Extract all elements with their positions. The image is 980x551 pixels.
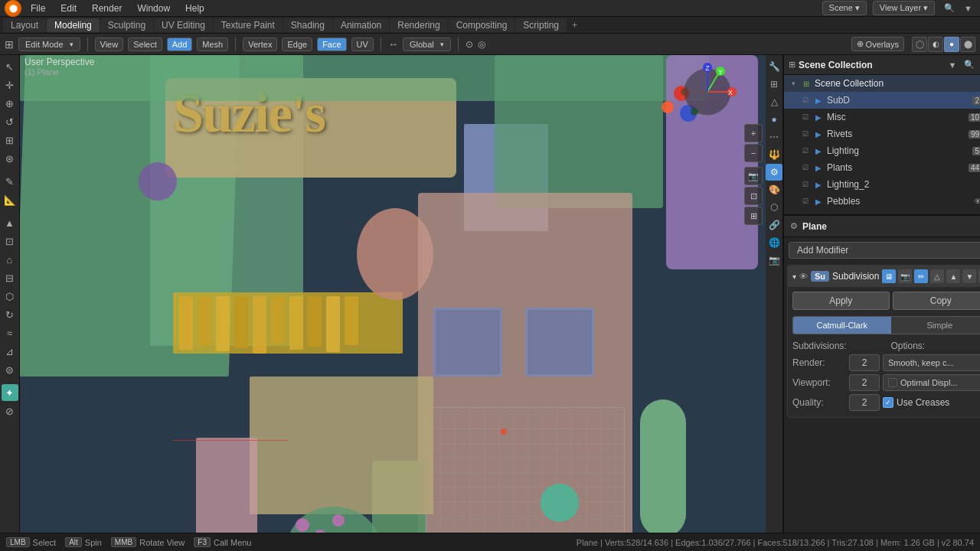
editor-type-icon[interactable]: ⊞ [5,38,14,51]
check-6[interactable]: ☑ [801,180,810,189]
prop-physics-icon[interactable]: 🔱 [766,146,782,163]
tool-bevel[interactable]: ⌂ [2,251,18,268]
outliner-search-btn[interactable]: 🔍 [962,58,976,72]
prop-object-icon[interactable]: ⊞ [766,76,782,93]
pebbles-visible[interactable]: 👁 [974,197,980,206]
outliner-scene-root[interactable]: ▾ ⊞ Scene Collection 👁 [784,75,980,92]
mod-cage-icon[interactable]: △ [930,269,944,283]
tool-shear[interactable]: ✦ [2,384,18,401]
check-4[interactable]: ☑ [801,146,810,155]
viewport[interactable]: Suzie's [20,55,766,533]
quality-value-input[interactable]: 2 [849,394,880,411]
outliner-item-lighting2[interactable]: ☑ ▶ Lighting_2 👁 [784,176,980,193]
tool-spin[interactable]: ↻ [2,306,18,323]
render-value-input[interactable]: 2 [849,354,880,371]
outliner-item-bg[interactable]: ☑ BG 👁 [784,210,980,216]
scene-selector[interactable]: Scene ▾ [822,1,867,15]
tab-modeling[interactable]: Modeling [47,18,100,32]
catmull-clark-btn[interactable]: Catmull-Clark [793,317,891,334]
tab-compositing[interactable]: Compositing [449,18,515,32]
smooth-keep-btn[interactable]: Smooth, keep c... ▾ [883,354,980,371]
face-btn[interactable]: Face [317,37,346,51]
tab-texture-paint[interactable]: Texture Paint [214,18,283,32]
tool-extrude[interactable]: ▲ [2,214,18,231]
mod-expand-btn[interactable]: ▾ [792,272,796,281]
view-layer-selector[interactable]: View Layer ▾ [873,1,935,15]
transform-selector[interactable]: Global ▾ [403,37,451,51]
tool-shrink[interactable]: ⊜ [2,361,18,378]
prop-render-icon[interactable]: 📷 [766,252,782,269]
prop-shader-icon[interactable]: 🎨 [766,181,782,198]
tool-loop-cut[interactable]: ⊟ [2,269,18,286]
outliner-item-plants[interactable]: ☑ ▶ Plants 44 👁 [784,159,980,176]
check-1[interactable]: ☑ [801,96,810,105]
vertex-btn[interactable]: Vertex [243,37,277,51]
tool-measure[interactable]: 📐 [2,191,18,208]
engine-dropdown[interactable]: 🔍 [941,2,958,15]
tab-animation[interactable]: Animation [333,18,389,32]
tool-cursor[interactable]: ✛ [2,77,18,93]
tool-select[interactable]: ↖ [2,58,18,75]
optimal-checkbox[interactable] [888,378,897,387]
add-modifier-btn[interactable]: Add Modifier ▾ [789,242,980,259]
tab-rendering[interactable]: Rendering [390,18,447,32]
tool-rip[interactable]: ⊘ [2,403,18,419]
overlay-btn[interactable]: ⊕ Overlays [851,37,904,51]
mod-up-btn[interactable]: ▲ [946,269,960,283]
tool-edge-slide[interactable]: ⊿ [2,343,18,360]
menu-window[interactable]: Window [131,2,176,15]
transform-icon[interactable]: ↔ [388,38,398,50]
optimal-displ-btn[interactable]: Optimal Displ... [883,374,980,391]
prop-particles-icon[interactable]: ⋯ [766,129,782,145]
check-5[interactable]: ☑ [801,163,810,172]
mesh-menu[interactable]: Mesh [197,37,228,51]
prop-mesh-icon[interactable]: △ [766,93,782,110]
snap-icon[interactable]: ⊙ [466,39,473,50]
tab-shading[interactable]: Shading [283,18,332,32]
tool-poly-build[interactable]: ⬡ [2,288,18,305]
outliner-filter-btn[interactable]: ▼ [946,58,959,72]
camera-btn[interactable]: 📷 [744,167,763,185]
mod-eye-btn[interactable]: 👁 [799,272,808,281]
edge-btn[interactable]: Edge [282,37,312,51]
persp-ortho-btn[interactable]: ⊡ [744,187,763,205]
tab-add[interactable]: + [567,18,582,32]
tool-transform[interactable]: ⊛ [2,150,18,167]
tab-scripting[interactable]: Scripting [515,18,567,32]
mod-render-icon[interactable]: 📷 [898,269,912,283]
prop-world-icon[interactable]: 🌐 [766,234,782,251]
menu-file[interactable]: File [24,2,51,15]
copy-button[interactable]: Copy [893,292,981,310]
zoom-out-btn[interactable]: − [744,144,763,162]
check-7[interactable]: ☑ [801,197,810,206]
prop-tool-icon[interactable]: 🔧 [766,58,782,75]
outliner-item-misc[interactable]: ☑ ▶ Misc 10 👁 [784,109,980,126]
mod-editmode-icon[interactable]: ✏ [914,269,928,283]
check-2[interactable]: ☑ [801,112,810,122]
prop-constraint-icon[interactable]: 🔗 [766,217,782,233]
tool-inset[interactable]: ⊡ [2,233,18,249]
uv-btn[interactable]: UV [351,37,374,51]
view-menu[interactable]: View [95,37,124,51]
outliner-item-lighting[interactable]: ☑ ▶ Lighting 5 👁 [784,142,980,159]
outliner-item-rivets[interactable]: ☑ ▶ Rivets 99 👁 [784,126,980,142]
navigation-gizmo[interactable]: X Y Z [677,61,738,122]
add-menu[interactable]: Add [167,37,193,51]
tool-rotate[interactable]: ↺ [2,113,18,130]
outliner-item-pebbles[interactable]: ☑ ▶ Pebbles 👁 ▼ [784,193,980,210]
mod-down-btn[interactable]: ▼ [962,269,976,283]
blender-logo[interactable]: ⬤ [5,0,21,17]
tool-move[interactable]: ⊕ [2,95,18,112]
prop-material-icon[interactable]: ● [766,111,782,128]
simple-btn[interactable]: Simple [891,317,981,334]
tab-layout[interactable]: Layout [3,18,46,32]
menu-render[interactable]: Render [86,2,128,15]
mode-selector[interactable]: Edit Mode ▾ [18,37,80,51]
viewport-value-input[interactable]: 2 [849,374,880,391]
filter-icon[interactable]: ▼ [961,2,975,15]
tool-scale[interactable]: ⊞ [2,132,18,148]
tab-uv-editing[interactable]: UV Editing [154,18,213,32]
menu-edit[interactable]: Edit [54,2,83,15]
outliner-item-subd[interactable]: ☑ ▶ SubD 2 👁 [784,92,980,109]
select-menu[interactable]: Select [128,37,162,51]
